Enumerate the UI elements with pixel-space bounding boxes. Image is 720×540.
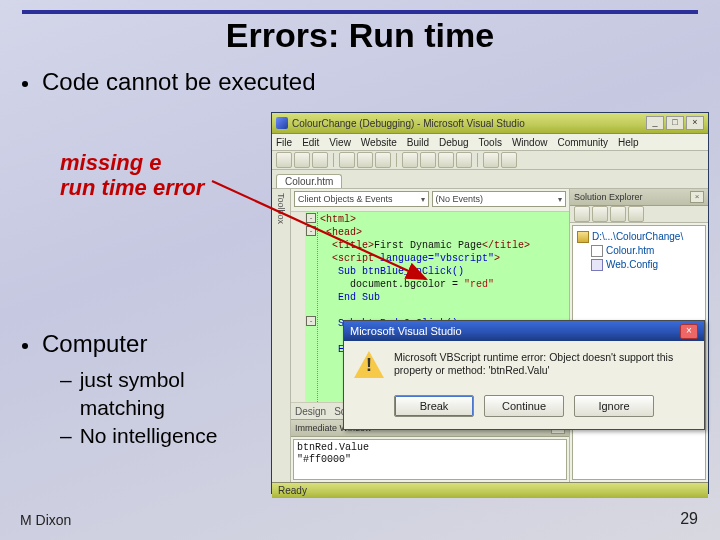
toolbar-button[interactable] xyxy=(628,206,644,222)
tab-design[interactable]: Design xyxy=(295,406,326,417)
fold-column: - - - xyxy=(305,212,318,402)
event-dropdown-value: (No Events) xyxy=(436,193,484,206)
toolbar-separator xyxy=(477,153,478,167)
menu-edit[interactable]: Edit xyxy=(302,137,319,148)
menu-help[interactable]: Help xyxy=(618,137,639,148)
toolbar-button[interactable] xyxy=(592,206,608,222)
folder-icon xyxy=(577,231,589,243)
ignore-button[interactable]: Ignore xyxy=(574,395,654,417)
close-button[interactable]: × xyxy=(686,116,704,130)
menu-file[interactable]: File xyxy=(276,137,292,148)
ide-window: ColourChange (Debugging) - Microsoft Vis… xyxy=(271,112,709,494)
continue-button[interactable]: Continue xyxy=(484,395,564,417)
toolbar-separator xyxy=(333,153,334,167)
bullet-text: No intelligence xyxy=(80,424,218,447)
toolbar-button[interactable] xyxy=(276,152,292,168)
dialog-message: Microsoft VBScript runtime error: Object… xyxy=(394,351,694,377)
toolbar-button[interactable] xyxy=(357,152,373,168)
app-icon xyxy=(276,117,288,129)
menu-bar: File Edit View Website Build Debug Tools… xyxy=(272,134,708,151)
break-button[interactable]: Break xyxy=(394,395,474,417)
status-text: Ready xyxy=(278,485,307,496)
menu-website[interactable]: Website xyxy=(361,137,397,148)
toolbar-button[interactable] xyxy=(574,206,590,222)
callout-line2: run time error xyxy=(60,175,204,200)
menu-community[interactable]: Community xyxy=(557,137,608,148)
panel-title: Solution Explorer xyxy=(574,192,643,202)
toolbar-button[interactable] xyxy=(312,152,328,168)
callout-error: missing e run time error xyxy=(60,150,204,201)
toolbar-button[interactable] xyxy=(438,152,454,168)
editor-gutter xyxy=(291,212,305,402)
footer-page-number: 29 xyxy=(680,510,698,528)
warning-icon: ! xyxy=(354,351,384,381)
title-rule xyxy=(22,10,698,14)
fold-toggle[interactable]: - xyxy=(306,316,316,326)
tree-item-webconfig[interactable]: Web.Config xyxy=(577,258,701,272)
solution-toolbar xyxy=(570,206,708,223)
object-dropdown-value: Client Objects & Events xyxy=(298,193,393,206)
bullet-main-1: Code cannot be executed xyxy=(22,68,698,96)
tree-label: D:\...\ColourChange\ xyxy=(592,230,683,244)
fold-toggle[interactable]: - xyxy=(306,213,316,223)
slide: Errors: Run time Code cannot be executed… xyxy=(0,0,720,540)
chevron-down-icon: ▾ xyxy=(558,193,562,206)
bullet-text: matching xyxy=(80,396,165,419)
maximize-button[interactable]: □ xyxy=(666,116,684,130)
document-tabstrip: Colour.htm xyxy=(272,170,708,189)
object-dropdown[interactable]: Client Objects & Events▾ xyxy=(294,191,429,207)
object-event-combos: Client Objects & Events▾ (No Events)▾ xyxy=(291,189,569,212)
menu-window[interactable]: Window xyxy=(512,137,548,148)
dialog-buttons: Break Continue Ignore xyxy=(344,389,704,429)
close-icon[interactable]: × xyxy=(690,191,704,203)
status-bar: Ready xyxy=(272,482,708,498)
panel-header-solution[interactable]: Solution Explorer× xyxy=(570,189,708,206)
toolbar-button[interactable] xyxy=(456,152,472,168)
footer-author: M Dixon xyxy=(20,512,71,528)
immediate-body[interactable]: btnRed.Value "#ff0000" xyxy=(293,439,567,480)
tree-label: Web.Config xyxy=(606,258,658,272)
tree-label: Colour.htm xyxy=(606,244,654,258)
tab-colour-htm[interactable]: Colour.htm xyxy=(276,174,342,188)
fold-toggle[interactable]: - xyxy=(306,226,316,236)
menu-debug[interactable]: Debug xyxy=(439,137,468,148)
minimize-button[interactable]: _ xyxy=(646,116,664,130)
toolbar-button[interactable] xyxy=(402,152,418,168)
toolbox-panel[interactable]: Toolbox xyxy=(272,189,291,482)
toolbar-button[interactable] xyxy=(375,152,391,168)
file-icon xyxy=(591,245,603,257)
event-dropdown[interactable]: (No Events)▾ xyxy=(432,191,567,207)
toolbar xyxy=(272,151,708,170)
callout-line1: missing e xyxy=(60,150,161,175)
toolbar-separator xyxy=(396,153,397,167)
bullet-text: just symbol xyxy=(80,368,185,391)
menu-build[interactable]: Build xyxy=(407,137,429,148)
chevron-down-icon: ▾ xyxy=(421,193,425,206)
toolbar-button[interactable] xyxy=(420,152,436,168)
ide-titlebar[interactable]: ColourChange (Debugging) - Microsoft Vis… xyxy=(272,113,708,134)
tree-root[interactable]: D:\...\ColourChange\ xyxy=(577,230,701,244)
toolbar-button[interactable] xyxy=(501,152,517,168)
dialog-title-text: Microsoft Visual Studio xyxy=(350,325,462,337)
tree-item-colour[interactable]: Colour.htm xyxy=(577,244,701,258)
ide-title-text: ColourChange (Debugging) - Microsoft Vis… xyxy=(292,118,525,129)
toolbar-button[interactable] xyxy=(610,206,626,222)
toolbar-button[interactable] xyxy=(339,152,355,168)
error-dialog: Microsoft Visual Studio × ! Microsoft VB… xyxy=(343,320,705,430)
menu-tools[interactable]: Tools xyxy=(479,137,502,148)
dialog-body: ! Microsoft VBScript runtime error: Obje… xyxy=(344,341,704,389)
config-icon xyxy=(591,259,603,271)
toolbar-button[interactable] xyxy=(294,152,310,168)
toolbar-button[interactable] xyxy=(483,152,499,168)
dialog-close-button[interactable]: × xyxy=(680,324,698,339)
bullet-text: Code cannot be executed xyxy=(42,68,316,95)
page-title: Errors: Run time xyxy=(0,16,720,55)
bullet-text: Computer xyxy=(42,330,147,357)
menu-view[interactable]: View xyxy=(329,137,351,148)
dialog-titlebar[interactable]: Microsoft Visual Studio × xyxy=(344,321,704,341)
